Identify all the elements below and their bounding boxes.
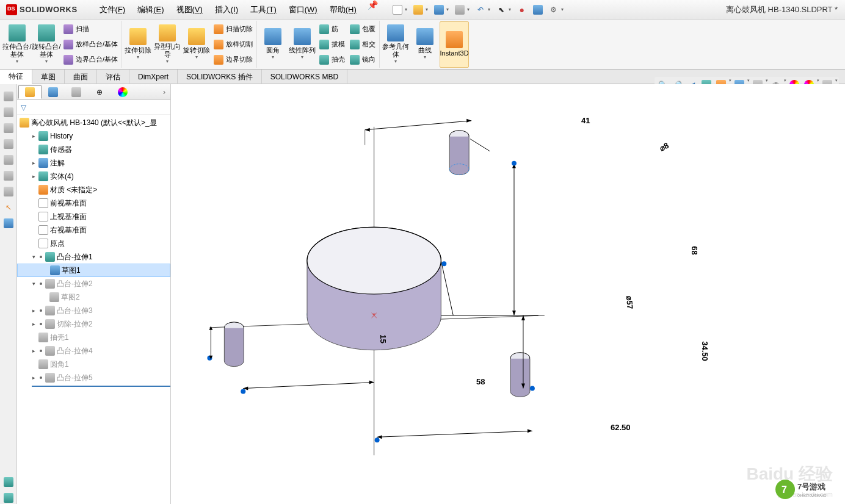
expand-icon[interactable]: ▸ <box>31 173 37 179</box>
menu-insert[interactable]: 插入(I) <box>209 0 244 20</box>
expand-icon[interactable]: ▸ <box>31 133 37 139</box>
side-sheet-icon[interactable] <box>2 154 15 166</box>
tab-dimxpert[interactable]: DimXpert <box>129 70 178 84</box>
expand-icon[interactable]: ▸ <box>31 321 37 327</box>
options-button[interactable] <box>531 2 545 17</box>
revolve-boss-button[interactable]: 旋转凸台/基体▾ <box>32 21 61 68</box>
undo-button[interactable]: ↶ <box>473 2 488 17</box>
tab-mbd[interactable]: SOLIDWORKS MBD <box>262 70 347 84</box>
filter-icon[interactable]: ▽ <box>21 103 26 112</box>
expand-icon[interactable]: ▸ <box>31 308 37 314</box>
tree-node-17[interactable]: 圆角1 <box>17 358 170 371</box>
tree-tab-dimxpert[interactable]: ⊕ <box>88 85 111 99</box>
shell-button[interactable]: 抽壳 <box>317 52 347 67</box>
expand-icon[interactable]: ▸ <box>31 375 37 381</box>
rib-button[interactable]: 筋 <box>317 22 347 37</box>
hole-wizard-button[interactable]: 异型孔向导▾ <box>153 21 182 68</box>
loft-cut-button[interactable]: 放样切割 <box>211 37 255 52</box>
intersect-button[interactable]: 相交 <box>347 37 378 52</box>
tree-node-18[interactable]: ▸凸台-拉伸5 <box>17 371 170 384</box>
menu-view[interactable]: 视图(V) <box>170 0 209 20</box>
mirror-button[interactable]: 镜向 <box>347 52 378 67</box>
pin-icon[interactable]: 📌 <box>368 0 378 20</box>
reference-geometry-button[interactable]: 参考几何体▾ <box>381 21 410 68</box>
tree-node-10[interactable]: 草图1 <box>17 264 170 277</box>
side-bottom1-icon[interactable] <box>2 476 15 488</box>
sweep-cut-button[interactable]: 扫描切除 <box>211 22 255 37</box>
tree-node-13[interactable]: ▸凸台-拉伸3 <box>17 304 170 317</box>
tree-node-3[interactable]: ▸实体(4) <box>17 170 170 183</box>
new-button[interactable] <box>390 2 405 17</box>
tree-node-14[interactable]: ▸切除-拉伸2 <box>17 317 170 331</box>
tree-tab-display[interactable] <box>111 85 134 99</box>
extrude-boss-button[interactable]: 拉伸凸台/基体▾ <box>2 21 32 68</box>
menu-window[interactable]: 窗口(W) <box>283 0 324 20</box>
extrude-cut-button[interactable]: 拉伸切除▾ <box>123 21 153 68</box>
tree-node-8[interactable]: 原点 <box>17 237 170 250</box>
tree-tab-more[interactable]: › <box>159 88 169 96</box>
dim-6250[interactable]: 62.50 <box>611 423 631 432</box>
side-cursor-icon[interactable]: ↖ <box>2 201 15 214</box>
dim-phi57[interactable]: ⌀57 <box>625 295 635 310</box>
loft-button[interactable]: 放样凸台/基体 <box>61 37 120 52</box>
tree-node-1[interactable]: 传感器 <box>17 143 170 156</box>
tab-addins[interactable]: SOLIDWORKS 插件 <box>178 70 262 84</box>
expand-icon[interactable]: ▸ <box>31 348 37 354</box>
side-asm-icon[interactable] <box>2 106 15 118</box>
draft-button[interactable]: 拔模 <box>317 37 347 52</box>
graphics-area[interactable]: 41 ⌀8 68 ⌀57 34.50 15 58 62.50 Baidu 经验 … <box>171 84 845 504</box>
select-button[interactable]: ⬉ <box>494 2 509 17</box>
curves-button[interactable]: 曲线▾ <box>410 21 440 68</box>
dim-15[interactable]: 15 <box>379 334 388 343</box>
tree-tab-config[interactable] <box>65 85 88 99</box>
side-drw-icon[interactable] <box>2 122 15 134</box>
tree-node-2[interactable]: ▸注解 <box>17 156 170 170</box>
tree-node-0[interactable]: ▸History <box>17 129 170 143</box>
fillet-button[interactable]: 圆角▾ <box>258 21 288 68</box>
sweep-button[interactable]: 扫描 <box>61 22 120 37</box>
linear-pattern-button[interactable]: 线性阵列▾ <box>288 21 317 68</box>
tree-tab-feature[interactable] <box>18 85 42 99</box>
menu-help[interactable]: 帮助(H) <box>324 0 363 20</box>
menu-edit[interactable]: 编辑(E) <box>131 0 170 20</box>
dim-58[interactable]: 58 <box>476 377 485 386</box>
revolve-cut-button[interactable]: 旋转切除▾ <box>182 21 211 68</box>
expand-icon[interactable]: ▸ <box>31 160 37 166</box>
tree-root[interactable]: 离心鼓风机 HB-1340 (默认<<默认>_显 <box>17 116 170 129</box>
menu-file[interactable]: 文件(F) <box>93 0 132 20</box>
side-screen-icon[interactable] <box>2 217 15 229</box>
save-button[interactable] <box>432 2 446 17</box>
side-bottom2-icon[interactable] <box>2 492 15 504</box>
dim-3450[interactable]: 34.50 <box>700 341 709 361</box>
settings-button[interactable]: ⚙ <box>546 2 561 17</box>
tree-node-11[interactable]: ▾凸台-拉伸2 <box>17 277 170 290</box>
tree-node-16[interactable]: ▸凸台-拉伸4 <box>17 344 170 358</box>
wrap-button[interactable]: 包覆 <box>347 22 378 37</box>
tree-node-5[interactable]: 前视基准面 <box>17 196 170 210</box>
tab-evaluate[interactable]: 评估 <box>97 70 129 84</box>
tab-surface[interactable]: 曲面 <box>65 70 97 84</box>
tree-tab-property[interactable] <box>42 85 65 99</box>
boundary-button[interactable]: 边界凸台/基体 <box>61 52 120 67</box>
side-part-icon[interactable] <box>2 90 15 103</box>
tree-node-6[interactable]: 上视基准面 <box>17 210 170 223</box>
tree-node-9[interactable]: ▾凸台-拉伸1 <box>17 250 170 264</box>
side-sketch-icon[interactable] <box>2 138 15 150</box>
expand-icon[interactable]: ▾ <box>31 281 37 287</box>
tab-sketch[interactable]: 草图 <box>32 70 65 84</box>
menu-tools[interactable]: 工具(T) <box>244 0 283 20</box>
expand-icon[interactable]: ▾ <box>31 254 37 260</box>
instant3d-button[interactable]: Instant3D <box>440 21 469 68</box>
tree-node-12[interactable]: 草图2 <box>17 290 170 304</box>
tree-node-7[interactable]: 右视基准面 <box>17 223 170 237</box>
boundary-cut-button[interactable]: 边界切除 <box>211 52 255 67</box>
tab-features[interactable]: 特征 <box>0 70 32 84</box>
open-button[interactable] <box>411 2 426 17</box>
rebuild-button[interactable]: ● <box>515 2 529 17</box>
tree-node-15[interactable]: 抽壳1 <box>17 331 170 344</box>
print-button[interactable] <box>452 2 467 17</box>
dim-41[interactable]: 41 <box>581 116 590 125</box>
side-mold-icon[interactable] <box>2 185 15 198</box>
dim-68[interactable]: 68 <box>690 246 699 254</box>
side-weld-icon[interactable] <box>2 170 15 182</box>
